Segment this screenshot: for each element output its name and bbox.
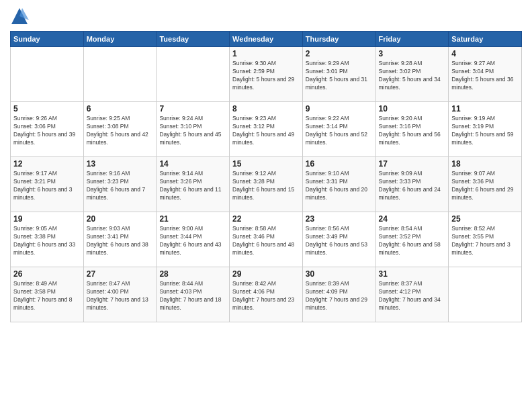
week-row: 5Sunrise: 9:26 AM Sunset: 3:06 PM Daylig… [11,102,522,157]
calendar-cell: 30Sunrise: 8:39 AM Sunset: 4:09 PM Dayli… [302,267,375,322]
day-number: 10 [379,104,446,113]
calendar-cell: 10Sunrise: 9:20 AM Sunset: 3:16 PM Dayli… [375,102,449,157]
day-number: 29 [232,269,300,279]
calendar-body: 1Sunrise: 9:30 AM Sunset: 2:59 PM Daylig… [11,47,522,322]
calendar-cell: 25Sunrise: 8:52 AM Sunset: 3:55 PM Dayli… [449,212,522,267]
day-info: Sunrise: 9:07 AM Sunset: 3:36 PM Dayligh… [451,170,519,202]
calendar-cell: 2Sunrise: 9:29 AM Sunset: 3:01 PM Daylig… [302,47,375,102]
calendar-cell: 20Sunrise: 9:03 AM Sunset: 3:41 PM Dayli… [83,212,157,267]
day-number: 18 [451,159,519,169]
day-number: 17 [379,159,446,169]
calendar-cell: 7Sunrise: 9:24 AM Sunset: 3:10 PM Daylig… [157,102,230,157]
day-number: 19 [13,214,81,224]
week-row: 1Sunrise: 9:30 AM Sunset: 2:59 PM Daylig… [11,47,522,102]
calendar-cell: 21Sunrise: 9:00 AM Sunset: 3:44 PM Dayli… [157,212,230,267]
calendar-cell: 11Sunrise: 9:19 AM Sunset: 3:19 PM Dayli… [449,102,522,157]
week-row: 12Sunrise: 9:17 AM Sunset: 3:21 PM Dayli… [11,157,522,212]
calendar-cell [449,267,522,322]
weekday-header: Thursday [302,32,375,47]
calendar-cell: 23Sunrise: 8:56 AM Sunset: 3:49 PM Dayli… [302,212,375,267]
day-number: 6 [87,104,154,113]
day-info: Sunrise: 9:24 AM Sunset: 3:10 PM Dayligh… [159,115,226,147]
calendar-cell [83,47,157,102]
calendar-page: SundayMondayTuesdayWednesdayThursdayFrid… [0,0,532,411]
day-info: Sunrise: 8:49 AM Sunset: 3:58 PM Dayligh… [13,280,81,312]
day-info: Sunrise: 9:12 AM Sunset: 3:28 PM Dayligh… [232,170,300,202]
calendar-cell: 9Sunrise: 9:22 AM Sunset: 3:14 PM Daylig… [302,102,375,157]
week-row: 26Sunrise: 8:49 AM Sunset: 3:58 PM Dayli… [11,267,522,322]
day-info: Sunrise: 9:10 AM Sunset: 3:31 PM Dayligh… [306,170,373,202]
calendar-cell: 14Sunrise: 9:14 AM Sunset: 3:26 PM Dayli… [157,157,230,212]
logo-icon [10,7,29,26]
day-info: Sunrise: 8:52 AM Sunset: 3:55 PM Dayligh… [451,225,519,257]
day-info: Sunrise: 9:28 AM Sunset: 3:02 PM Dayligh… [379,60,446,92]
week-row: 19Sunrise: 9:05 AM Sunset: 3:38 PM Dayli… [11,212,522,267]
logo [10,7,32,26]
day-info: Sunrise: 9:09 AM Sunset: 3:33 PM Dayligh… [379,170,446,202]
day-info: Sunrise: 9:16 AM Sunset: 3:23 PM Dayligh… [87,170,154,202]
weekday-header: Sunday [11,32,84,47]
day-number: 12 [13,159,81,169]
day-number: 16 [306,159,373,169]
day-info: Sunrise: 9:00 AM Sunset: 3:44 PM Dayligh… [159,225,226,257]
calendar-cell: 4Sunrise: 9:27 AM Sunset: 3:04 PM Daylig… [449,47,522,102]
day-number: 24 [379,214,446,224]
day-number: 1 [232,49,300,58]
calendar-cell: 26Sunrise: 8:49 AM Sunset: 3:58 PM Dayli… [11,267,84,322]
day-info: Sunrise: 8:42 AM Sunset: 4:06 PM Dayligh… [232,280,300,312]
calendar-cell: 8Sunrise: 9:23 AM Sunset: 3:12 PM Daylig… [230,102,303,157]
calendar-cell: 15Sunrise: 9:12 AM Sunset: 3:28 PM Dayli… [230,157,303,212]
day-info: Sunrise: 9:30 AM Sunset: 2:59 PM Dayligh… [232,60,300,92]
day-number: 14 [159,159,226,169]
day-number: 15 [232,159,300,169]
day-number: 8 [232,104,300,113]
calendar-table: SundayMondayTuesdayWednesdayThursdayFrid… [10,31,522,322]
weekday-header: Tuesday [157,32,230,47]
calendar-cell [157,47,230,102]
day-info: Sunrise: 9:20 AM Sunset: 3:16 PM Dayligh… [379,115,446,147]
calendar-cell: 31Sunrise: 8:37 AM Sunset: 4:12 PM Dayli… [375,267,449,322]
day-info: Sunrise: 8:37 AM Sunset: 4:12 PM Dayligh… [379,280,446,312]
day-info: Sunrise: 8:39 AM Sunset: 4:09 PM Dayligh… [306,280,373,312]
calendar-cell: 22Sunrise: 8:58 AM Sunset: 3:46 PM Dayli… [230,212,303,267]
day-info: Sunrise: 9:05 AM Sunset: 3:38 PM Dayligh… [13,225,81,257]
calendar-cell: 12Sunrise: 9:17 AM Sunset: 3:21 PM Dayli… [11,157,84,212]
day-number: 4 [451,49,519,58]
day-number: 5 [13,104,81,113]
day-number: 20 [87,214,154,224]
calendar-cell: 29Sunrise: 8:42 AM Sunset: 4:06 PM Dayli… [230,267,303,322]
day-number: 22 [232,214,300,224]
day-info: Sunrise: 8:56 AM Sunset: 3:49 PM Dayligh… [306,225,373,257]
day-info: Sunrise: 8:58 AM Sunset: 3:46 PM Dayligh… [232,225,300,257]
day-info: Sunrise: 9:17 AM Sunset: 3:21 PM Dayligh… [13,170,81,202]
day-info: Sunrise: 9:14 AM Sunset: 3:26 PM Dayligh… [159,170,226,202]
calendar-cell: 6Sunrise: 9:25 AM Sunset: 3:08 PM Daylig… [83,102,157,157]
calendar-cell: 24Sunrise: 8:54 AM Sunset: 3:52 PM Dayli… [375,212,449,267]
header [10,7,522,26]
calendar-cell [11,47,84,102]
day-info: Sunrise: 9:26 AM Sunset: 3:06 PM Dayligh… [13,115,81,147]
day-number: 26 [13,269,81,279]
calendar-cell: 5Sunrise: 9:26 AM Sunset: 3:06 PM Daylig… [11,102,84,157]
day-number: 11 [451,104,519,113]
day-number: 21 [159,214,226,224]
day-number: 27 [87,269,154,279]
day-number: 3 [379,49,446,58]
day-info: Sunrise: 9:03 AM Sunset: 3:41 PM Dayligh… [87,225,154,257]
day-info: Sunrise: 9:25 AM Sunset: 3:08 PM Dayligh… [87,115,154,147]
day-info: Sunrise: 9:19 AM Sunset: 3:19 PM Dayligh… [451,115,519,147]
weekday-header: Friday [375,32,449,47]
day-number: 25 [451,214,519,224]
day-info: Sunrise: 8:47 AM Sunset: 4:00 PM Dayligh… [87,280,154,312]
day-info: Sunrise: 9:23 AM Sunset: 3:12 PM Dayligh… [232,115,300,147]
day-number: 31 [379,269,446,279]
calendar-cell: 16Sunrise: 9:10 AM Sunset: 3:31 PM Dayli… [302,157,375,212]
day-info: Sunrise: 9:27 AM Sunset: 3:04 PM Dayligh… [451,60,519,92]
weekday-header: Monday [83,32,157,47]
calendar-cell: 19Sunrise: 9:05 AM Sunset: 3:38 PM Dayli… [11,212,84,267]
calendar-cell: 28Sunrise: 8:44 AM Sunset: 4:03 PM Dayli… [157,267,230,322]
day-info: Sunrise: 8:54 AM Sunset: 3:52 PM Dayligh… [379,225,446,257]
day-number: 7 [159,104,226,113]
day-number: 2 [306,49,373,58]
day-number: 9 [306,104,373,113]
